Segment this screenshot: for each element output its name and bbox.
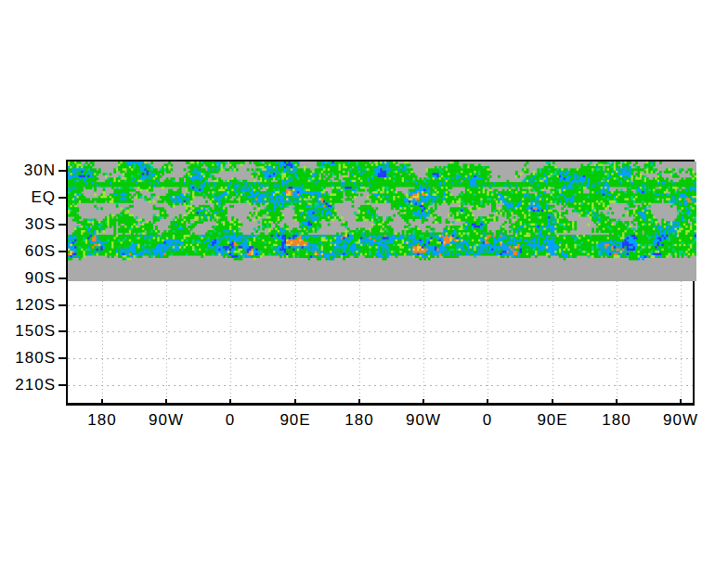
y-axis-tick <box>58 304 66 306</box>
horizontal-gridline <box>68 331 693 332</box>
y-axis-tick-label: 150S <box>0 323 56 340</box>
grads-shaded-plot: 30NEQ30S60S90S120S150S180S210S18090W090E… <box>0 0 728 568</box>
y-axis-tick-label: EQ <box>0 189 56 206</box>
x-axis-tick <box>358 399 360 406</box>
x-axis-tick <box>101 399 103 406</box>
y-axis-tick-label: 90S <box>0 270 56 287</box>
x-axis-tick <box>422 399 424 406</box>
y-axis-tick-label: 60S <box>0 243 56 260</box>
y-axis-tick-label: 30S <box>0 216 56 233</box>
x-axis-tick <box>680 399 682 406</box>
shaded-field-canvas <box>68 161 696 281</box>
y-axis-tick <box>58 197 66 199</box>
y-axis-tick <box>58 330 66 332</box>
x-axis-tick-label: 90E <box>521 412 584 429</box>
x-axis-tick-label: 90E <box>264 412 327 429</box>
x-axis-tick-label: 180 <box>71 412 134 429</box>
x-axis-tick <box>229 399 231 406</box>
x-axis-tick-label: 90W <box>649 412 712 429</box>
y-axis-tick-label: 120S <box>0 297 56 314</box>
y-axis-tick <box>58 357 66 359</box>
y-axis-tick-label: 180S <box>0 350 56 367</box>
x-axis-tick <box>165 399 167 406</box>
x-axis-tick-label: 90W <box>135 412 198 429</box>
x-axis-tick <box>487 399 488 406</box>
x-axis-tick-label: 180 <box>585 412 648 429</box>
x-axis-tick-label: 0 <box>199 412 262 429</box>
y-axis-tick <box>58 251 66 252</box>
x-axis-tick-label: 90W <box>392 412 455 429</box>
y-axis-tick-label: 30N <box>0 162 56 179</box>
y-axis-tick-label: 210S <box>0 377 56 394</box>
y-axis-tick <box>58 384 66 386</box>
horizontal-gridline <box>68 385 693 386</box>
x-axis-tick-label: 180 <box>328 412 391 429</box>
x-axis-tick <box>616 399 618 406</box>
x-axis-tick <box>552 399 553 406</box>
y-axis-tick <box>58 170 66 172</box>
horizontal-gridline <box>68 358 693 359</box>
x-axis-tick <box>294 399 296 406</box>
y-axis-tick <box>58 278 66 279</box>
x-axis-tick-label: 0 <box>456 412 519 429</box>
y-axis-tick <box>58 224 66 226</box>
horizontal-gridline <box>68 305 693 306</box>
